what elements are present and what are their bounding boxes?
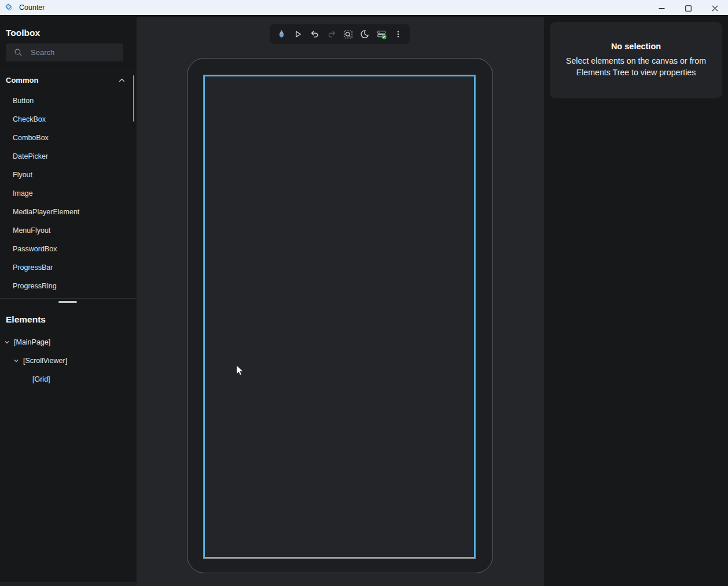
chevron-down-icon[interactable] [3, 338, 11, 346]
changes-checklist-button[interactable] [373, 26, 389, 42]
page-root-selection-highlight[interactable] [204, 75, 475, 558]
toolbox-title: Toolbox [6, 28, 40, 38]
zoom-to-fit-button[interactable] [340, 26, 356, 42]
moon-icon [359, 29, 370, 39]
toolbox-item-list: Button CheckBox ComboBox DatePicker Flyo… [0, 91, 132, 295]
design-canvas[interactable] [137, 17, 544, 586]
designer-toolbar [270, 24, 410, 44]
section-label: Common [6, 76, 38, 85]
panel-splitter[interactable] [0, 298, 137, 306]
toolbox-item-button[interactable]: Button [0, 91, 132, 110]
kebab-menu-icon [394, 29, 403, 39]
tree-item-label: [ScrollViewer] [23, 357, 67, 365]
toolbox-item-progressring[interactable]: ProgressRing [0, 277, 132, 295]
toolbox-item-combobox[interactable]: ComboBox [0, 129, 132, 147]
toolbox-item-passwordbox[interactable]: PasswordBox [0, 240, 132, 258]
toolbox-item-mediaplayerelement[interactable]: MediaPlayerElement [0, 203, 132, 221]
sidebar-bottom-splitter[interactable] [0, 582, 137, 586]
close-icon [712, 5, 718, 12]
more-options-button[interactable] [390, 26, 406, 42]
play-icon [293, 29, 303, 39]
close-button[interactable] [701, 0, 728, 16]
left-sidebar: Toolbox Common Button CheckBox ComboBox … [0, 17, 137, 586]
toolbox-section-common[interactable]: Common [0, 72, 132, 87]
titlebar: Counter [0, 0, 728, 16]
toolbox-scrollbar-thumb[interactable] [133, 75, 134, 122]
splitter-grip-handle[interactable] [58, 301, 77, 303]
minimize-button[interactable] [648, 0, 675, 16]
theme-toggle-button[interactable] [356, 26, 373, 42]
redo-button[interactable] [323, 26, 340, 42]
toolbox-item-flyout[interactable]: Flyout [0, 166, 132, 184]
undo-icon [310, 29, 320, 39]
properties-panel: No selection Select elements on the canv… [544, 17, 728, 586]
tree-item-grid[interactable]: [Grid] [0, 370, 132, 389]
checklist-check-icon [376, 29, 387, 40]
toolbox-item-checkbox[interactable]: CheckBox [0, 110, 132, 129]
tree-item-mainpage[interactable]: [MainPage] [0, 333, 132, 351]
no-selection-message: Select elements on the canvas or from El… [563, 55, 709, 78]
zoom-to-fit-icon [343, 29, 354, 40]
window-title: Counter [19, 3, 45, 12]
toolbox-item-menuflyout[interactable]: MenuFlyout [0, 221, 132, 240]
elements-tree: [MainPage] [ScrollViewer] [Grid] [0, 333, 132, 389]
play-button[interactable] [290, 26, 306, 42]
search-input[interactable] [31, 48, 133, 57]
hot-reload-flame-button[interactable] [273, 26, 289, 42]
toolbox-item-progressbar[interactable]: ProgressBar [0, 258, 132, 277]
flame-icon [276, 29, 287, 40]
chevron-up-icon [117, 76, 126, 84]
search-icon [14, 48, 23, 57]
toolbox-item-image[interactable]: Image [0, 184, 132, 203]
tree-item-label: [Grid] [32, 375, 50, 383]
maximize-icon [685, 5, 692, 12]
app-logo-icon [5, 3, 14, 13]
maximize-button[interactable] [675, 0, 701, 16]
tree-item-scrollviewer[interactable]: [ScrollViewer] [0, 351, 132, 370]
toolbox-search[interactable] [6, 43, 123, 61]
minimize-icon [659, 5, 665, 12]
undo-button[interactable] [307, 26, 323, 42]
divider [0, 71, 137, 71]
no-selection-title: No selection [550, 42, 722, 51]
tree-item-label: [MainPage] [14, 338, 50, 346]
window-controls [648, 0, 728, 16]
elements-title: Elements [6, 314, 46, 325]
chevron-down-icon[interactable] [12, 357, 20, 365]
redo-icon [326, 29, 337, 39]
no-selection-card: No selection Select elements on the canv… [550, 22, 722, 98]
toolbox-item-datepicker[interactable]: DatePicker [0, 147, 132, 166]
